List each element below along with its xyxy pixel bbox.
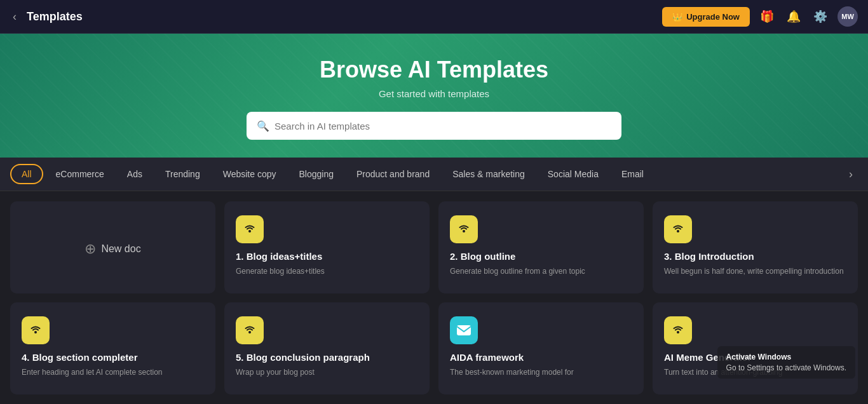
template-grid: ⊕ New doc 1. Blog ideas+titlesGenerate b… [0, 191, 868, 404]
tab-sales-marketing[interactable]: Sales & marketing [442, 165, 535, 183]
card-title: 5. Blog conclusion paragraph [236, 352, 418, 363]
template-card-blog-intro[interactable]: 3. Blog IntroductionWell begun is half d… [653, 201, 858, 293]
template-card-blog-ideas[interactable]: 1. Blog ideas+titlesGenerate blog ideas+… [224, 201, 430, 293]
card-description: Generate blog ideas+titles [236, 266, 418, 277]
upgrade-button[interactable]: 👑 Upgrade Now [662, 7, 750, 27]
hero-subtitle: Get started with templates [13, 88, 855, 99]
card-icon-blog-intro [664, 215, 692, 243]
crown-icon: 👑 [672, 12, 682, 22]
svg-point-1 [463, 230, 465, 232]
card-icon-blog-ideas [236, 215, 264, 243]
page-title: Templates [27, 10, 83, 24]
card-description: The best-known marketing model for [450, 367, 632, 378]
svg-point-0 [248, 230, 251, 232]
search-bar: 🔍 [247, 112, 621, 140]
card-title: 1. Blog ideas+titles [236, 251, 418, 262]
new-doc-card[interactable]: ⊕ New doc [10, 201, 215, 293]
tab-ecommerce[interactable]: eCommerce [46, 165, 114, 183]
card-icon-ai-meme [664, 316, 692, 344]
tab-product-brand[interactable]: Product and brand [346, 165, 440, 183]
card-icon-blog-section [22, 316, 50, 344]
tabs-scroll-right[interactable]: › [844, 165, 858, 184]
card-icon-aida [450, 316, 478, 344]
tab-website-copy[interactable]: Website copy [213, 165, 287, 183]
svg-point-2 [677, 230, 679, 232]
category-tabs: AlleCommerceAdsTrendingWebsite copyBlogg… [0, 158, 868, 191]
upgrade-label: Upgrade Now [686, 12, 740, 22]
settings-icon[interactable]: ⚙️ [811, 7, 830, 26]
tab-ads[interactable]: Ads [117, 165, 153, 183]
avatar[interactable]: MW [837, 6, 858, 27]
tab-all[interactable]: All [10, 164, 43, 184]
card-description: Generate blog outline from a given topic [450, 266, 632, 277]
header-left: ‹ Templates [10, 8, 662, 26]
card-title: AI Meme Generator [664, 352, 846, 363]
template-card-ai-meme[interactable]: AI Meme GeneratorTurn text into an atten… [653, 302, 858, 394]
notification-icon[interactable]: 🔔 [784, 7, 803, 26]
gift-icon[interactable]: 🎁 [757, 7, 776, 26]
card-title: 4. Blog section completer [22, 352, 204, 363]
card-icon-blog-outline [450, 215, 478, 243]
new-doc-label: New doc [101, 243, 140, 255]
card-description: Well begun is half done, write compellin… [664, 266, 846, 277]
hero-title: Browse AI Templates [13, 57, 855, 83]
card-description: Enter heading and let AI complete sectio… [22, 367, 204, 378]
search-icon: 🔍 [257, 120, 269, 132]
template-card-aida[interactable]: AIDA frameworkThe best-known marketing m… [438, 302, 644, 394]
header: ‹ Templates 👑 Upgrade Now 🎁 🔔 ⚙️ MW [0, 0, 868, 34]
card-description: Wrap up your blog post [236, 367, 418, 378]
svg-rect-5 [457, 325, 471, 335]
tab-trending[interactable]: Trending [155, 165, 210, 183]
card-title: 3. Blog Introduction [664, 251, 846, 262]
tab-email[interactable]: Email [611, 165, 654, 183]
back-button[interactable]: ‹ [10, 8, 19, 26]
tab-blogging[interactable]: Blogging [288, 165, 344, 183]
card-title: 2. Blog outline [450, 251, 632, 262]
header-right: 👑 Upgrade Now 🎁 🔔 ⚙️ MW [662, 6, 858, 27]
hero-banner: Browse AI Templates Get started with tem… [0, 34, 868, 158]
plus-circle-icon: ⊕ [85, 241, 96, 257]
search-input[interactable] [275, 121, 611, 131]
svg-point-6 [677, 331, 679, 333]
tab-social-media[interactable]: Social Media [538, 165, 609, 183]
svg-point-3 [34, 331, 37, 333]
card-title: AIDA framework [450, 352, 632, 363]
template-card-blog-section[interactable]: 4. Blog section completerEnter heading a… [10, 302, 215, 394]
template-card-blog-conclusion[interactable]: 5. Blog conclusion paragraphWrap up your… [224, 302, 430, 394]
card-icon-blog-conclusion [236, 316, 264, 344]
svg-point-4 [248, 331, 251, 333]
template-card-blog-outline[interactable]: 2. Blog outlineGenerate blog outline fro… [438, 201, 644, 293]
card-description: Turn text into an attention-grabbing [664, 367, 846, 378]
